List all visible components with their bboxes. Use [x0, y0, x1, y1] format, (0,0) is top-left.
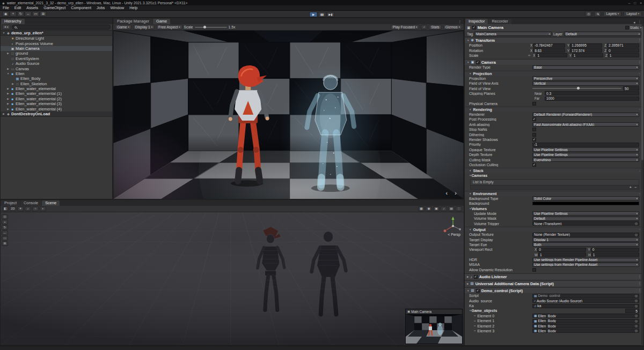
- foldout-icon[interactable]: ▼: [469, 192, 471, 195]
- depth-texture-dropdown[interactable]: Use Pipeline Settings▾: [532, 153, 639, 157]
- hierarchy-item-ellen-skeleton[interactable]: ▶□Ellen_Skeleton: [1, 81, 112, 86]
- ka-object-field[interactable]: ♫ka◎: [532, 304, 639, 308]
- foldout-icon[interactable]: ▶: [6, 102, 10, 105]
- menu-component[interactable]: Component: [68, 5, 94, 10]
- row-volumes[interactable]: ▼Volumes: [465, 206, 643, 211]
- inspector-tab-recorder[interactable]: Recorder: [488, 19, 511, 24]
- step-button[interactable]: ▶▮: [327, 12, 335, 17]
- rect-tool-icon[interactable]: ▭: [2, 236, 8, 241]
- hand-tool-icon[interactable]: ◉: [2, 11, 9, 17]
- display-dropdown[interactable]: Display 1▾: [133, 25, 155, 29]
- hierarchy-item-eventsystem[interactable]: □EventSystem: [1, 56, 112, 61]
- rotation-z-field[interactable]: 0: [607, 48, 639, 53]
- mute-audio-icon[interactable]: ♪: [421, 25, 427, 29]
- foldout-icon[interactable]: ▶: [6, 87, 10, 90]
- hierarchy-item-ellen[interactable]: ▼■Ellen: [1, 71, 112, 76]
- layout-dropdown[interactable]: Layout▾: [624, 11, 642, 17]
- play-button[interactable]: ▶: [310, 12, 318, 17]
- stats-button[interactable]: Stats: [429, 25, 442, 29]
- target-display-dropdown[interactable]: Display 1▾: [532, 237, 639, 242]
- scene-viewport[interactable]: ◎+↻↔▭⊞ < Persp ▣ Main Camera: [1, 212, 464, 345]
- minimize-icon[interactable]: –: [628, 1, 631, 5]
- update-mode-dropdown[interactable]: Use Pipeline Settings▾: [532, 211, 639, 215]
- component-header-transform[interactable]: ▼⊕Transform⋮: [465, 37, 643, 43]
- section-header-projection[interactable]: ▼Projection◦: [465, 71, 643, 76]
- menu-help[interactable]: Help: [127, 5, 140, 10]
- component-header-universal-additional-camera-data-script[interactable]: ▶▤Universal Additional Camera Data (Scri…: [465, 280, 643, 286]
- section-header-environment[interactable]: ▼Environment◦: [465, 191, 643, 196]
- section-header-stack[interactable]: ▼Stack◦: [465, 168, 643, 173]
- search-icon[interactable]: [594, 11, 601, 17]
- menu-file[interactable]: File: [0, 5, 12, 10]
- hierarchy-item-main-camera[interactable]: ▣Main Camera: [1, 46, 112, 51]
- scale-tool-icon[interactable]: ↔: [25, 11, 32, 17]
- msaa-dropdown[interactable]: Use settings from Render Pipeline Asset▾: [532, 263, 639, 267]
- hierarchy-item-post-process-volume[interactable]: ◐Post-process Volume: [1, 41, 112, 46]
- object-picker-icon[interactable]: ◎: [635, 294, 638, 297]
- dithering-checkbox[interactable]: [532, 133, 536, 137]
- anti-aliasing-dropdown[interactable]: Fast Approximate Anti-aliasing (FXAA)▾: [532, 122, 639, 126]
- hierarchy-item-ellen-body[interactable]: ▦Ellen_Body: [1, 76, 112, 81]
- gizmo-icon[interactable]: ◉: [426, 206, 432, 211]
- field-of-view-axis-dropdown[interactable]: Vertical▾: [532, 81, 639, 86]
- foldout-icon[interactable]: ▼: [469, 169, 471, 172]
- object-picker-icon[interactable]: ◎: [635, 319, 638, 323]
- target-eye-dropdown[interactable]: Both▾: [532, 242, 639, 247]
- add-object-button[interactable]: +▾: [2, 25, 10, 29]
- section-options-icon[interactable]: ◦: [639, 72, 640, 75]
- foldout-icon[interactable]: ▼: [2, 32, 5, 34]
- component-header-demo-control-script[interactable]: ▼▤✓Demo_control (Script)⋮: [465, 287, 643, 293]
- lighting-icon[interactable]: ☀: [17, 206, 24, 211]
- physical-camera-checkbox[interactable]: [532, 102, 536, 106]
- section-options-icon[interactable]: ◦: [639, 192, 640, 195]
- opaque-texture-dropdown[interactable]: Use Pipeline Settings▾: [532, 147, 639, 152]
- position-y-field[interactable]: 1.266995: [570, 43, 602, 48]
- drag-handle-icon[interactable]: =: [474, 324, 476, 327]
- list-size-field[interactable]: 5: [625, 309, 639, 313]
- stop-nans-checkbox[interactable]: [532, 128, 536, 131]
- element-1-object-field[interactable]: ▦Ellen_Body◎: [532, 319, 639, 323]
- tag-dropdown[interactable]: MainCamera▾: [474, 32, 552, 36]
- pause-button[interactable]: ▮▮: [318, 12, 326, 17]
- section-options-icon[interactable]: ◦: [639, 228, 640, 231]
- scene-tab-console[interactable]: Console: [20, 200, 41, 206]
- element-0-object-field[interactable]: ▦Ellen_Body◎: [532, 314, 639, 318]
- menu-jobs[interactable]: Jobs: [94, 5, 107, 10]
- enabled-checkbox[interactable]: ✓: [474, 275, 478, 279]
- object-picker-icon[interactable]: ◎: [635, 222, 638, 225]
- foldout-icon[interactable]: ▼: [469, 228, 471, 231]
- foldout-icon[interactable]: ▼: [467, 61, 469, 64]
- slider-knob[interactable]: [577, 87, 580, 90]
- gizmos-dropdown[interactable]: Gizmos▾: [443, 25, 462, 29]
- object-picker-icon[interactable]: ◎: [635, 324, 638, 327]
- near-field[interactable]: 0.3: [545, 91, 639, 95]
- menu-edit[interactable]: Edit: [12, 5, 24, 10]
- game-tab-package-manager[interactable]: Package Manager: [114, 19, 152, 24]
- game-viewport[interactable]: ‹ ›: [113, 31, 464, 199]
- allow-dynamic-resolution-checkbox[interactable]: [532, 268, 536, 272]
- hierarchy-item-ellen-water-elemental-3[interactable]: ▶■Ellen_water_elemental (3): [1, 101, 112, 106]
- hidden-icon[interactable]: ◐: [40, 206, 46, 211]
- rect-h-field[interactable]: 1: [591, 252, 639, 257]
- section-header-output[interactable]: ▼Output◦: [465, 227, 643, 232]
- menu-gameobject[interactable]: GameObject: [41, 5, 68, 10]
- camera-icon[interactable]: ▣: [433, 206, 440, 211]
- inspector-tab-inspector[interactable]: Inspector: [465, 19, 488, 24]
- panel-menu-icon[interactable]: ⋮: [638, 20, 642, 24]
- section-header-rendering[interactable]: ▼Rendering◦: [465, 107, 643, 112]
- rect-tool-icon[interactable]: ▭: [32, 11, 39, 17]
- script-object-field[interactable]: ▤Demo_control◎: [532, 294, 639, 298]
- static-toggle[interactable]: Static ▾: [625, 26, 641, 29]
- scale-z-field[interactable]: 1: [608, 53, 639, 57]
- render-shadows-checkbox[interactable]: ✓: [532, 138, 536, 142]
- section-options-icon[interactable]: ◦: [639, 169, 640, 173]
- component-header-audio-listener[interactable]: ▶♪✓Audio Listener⋮: [465, 273, 643, 279]
- culling-mask-dropdown[interactable]: Everything▾: [532, 158, 639, 162]
- foldout-icon[interactable]: ▼: [6, 72, 10, 75]
- more-icon[interactable]: ⋮: [456, 206, 462, 211]
- rect-w-field[interactable]: 1: [538, 252, 586, 257]
- close-icon[interactable]: ×: [640, 1, 642, 5]
- volume-mask-dropdown[interactable]: Default▾: [532, 217, 639, 221]
- dontdestroyonload-header[interactable]: ▶ ◆ DontDestroyOnLoad: [1, 111, 112, 117]
- hierarchy-item-ellen-water-elemental-4[interactable]: ▶■Ellen_water_elemental (4): [1, 106, 112, 111]
